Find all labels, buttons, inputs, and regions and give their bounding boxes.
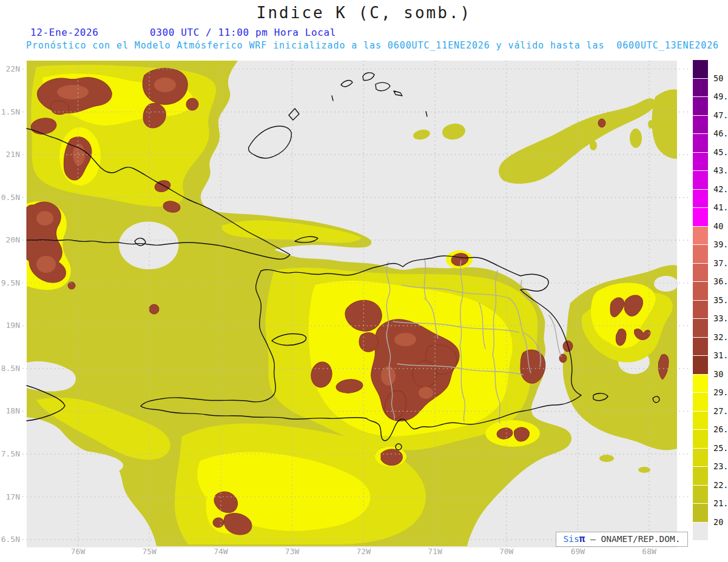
colorbar-tick-label: 46.5 (713, 129, 728, 138)
colorbar-segment (692, 466, 709, 486)
colorbar-segment (692, 448, 709, 467)
colorbar-tick-label: 42.6 (713, 184, 728, 194)
lat-tick-label: 20N (1, 235, 20, 244)
lat-tick-label: 22N (1, 64, 20, 73)
colorbar-segment (692, 337, 709, 356)
colorbar-segment (692, 281, 709, 301)
watermark-source: – ONAMET/REP.DOM. (585, 534, 680, 544)
colorbar-segment (692, 392, 709, 412)
colorbar-segment (692, 59, 709, 79)
colorbar-segment (692, 355, 709, 375)
colorbar-segment (692, 429, 709, 449)
lat-tick-label: 0.5N (1, 193, 20, 202)
colorbar-tick-label: 29.1 (713, 387, 728, 397)
map-plot-area: 22N1.5N21N0.5N20N9.5N19N8.5N18N7.5N17N6.… (0, 0, 728, 562)
colorbar-segment (692, 300, 709, 319)
colorbar-tick-label: 35.2 (713, 295, 728, 305)
colorbar-segment (692, 503, 709, 523)
lat-tick-label: 7.5N (1, 449, 20, 458)
colorbar-tick-label: 49.1 (713, 92, 728, 101)
colorbar-tick-label: 21.3 (713, 498, 728, 508)
contour-field (27, 61, 678, 547)
weather-chart-page: Indice K (C, somb.) 12-Ene-2026 0300 UTC… (0, 0, 728, 562)
colorbar-tick-label: 37.8 (713, 258, 728, 268)
lat-tick-label: 19N (1, 321, 20, 330)
colorbar-tick-label: 30 (713, 369, 723, 379)
lat-tick-label: 9.5N (1, 278, 20, 287)
colorbar-segment (692, 411, 709, 430)
lon-tick-label: 70W (493, 547, 520, 556)
colorbar-segment (692, 207, 709, 227)
lon-tick-label: 72W (350, 547, 377, 556)
lat-tick-label: 18N (1, 406, 20, 415)
colorbar-tick-label: 36.5 (713, 276, 728, 286)
lat-tick-label: 17N (1, 492, 20, 501)
colorbar-tick-label: 23.9 (713, 461, 728, 471)
colorbar-tick-label: 26.5 (713, 424, 728, 434)
colorbar-segment (692, 318, 709, 338)
lat-tick-label: 1.5N (1, 107, 20, 116)
lon-tick-label: 75W (136, 547, 163, 556)
colorbar-tick-label: 20 (713, 517, 723, 527)
colorbar-tick-label: 43.9 (713, 166, 728, 175)
colorbar-tick-label: 22.6 (713, 480, 728, 490)
colorbar-tick-label: 50 (713, 73, 723, 83)
watermark-pi-symbol: π (579, 533, 585, 544)
colorbar-tick-label: 45.2 (713, 147, 728, 157)
lon-tick-label: 69W (564, 547, 591, 556)
lon-tick-label: 71W (422, 547, 448, 556)
lon-tick-label: 76W (65, 547, 92, 556)
lon-tick-label: 74W (207, 547, 234, 556)
colorbar-segment (692, 133, 709, 153)
colorbar-tick-label: 25.2 (713, 443, 728, 453)
colorbar-tick-label: 39.1 (713, 239, 728, 249)
contour-map-svg (0, 0, 728, 562)
colorbar-tick-label: 40 (713, 221, 723, 231)
colorbar-segment (692, 78, 709, 98)
lat-tick-label: 21N (1, 150, 20, 159)
colorbar-tick-label: 27.8 (713, 406, 728, 416)
colorbar-tick-label: 33.9 (713, 313, 728, 323)
lon-tick-label: 73W (279, 547, 306, 556)
colorbar-segment (692, 96, 709, 116)
colorbar-segment (692, 244, 709, 264)
lat-tick-label: 8.5N (1, 364, 20, 373)
colorbar-tick-label: 32.6 (713, 332, 728, 342)
watermark-sis: Sis (564, 534, 579, 544)
colorbar-segment (692, 485, 709, 504)
lon-tick-label: 68W (636, 547, 662, 556)
colorbar-tick-label: 41.3 (713, 202, 728, 212)
onamet-watermark: Sisπ – ONAMET/REP.DOM. (556, 532, 688, 547)
colorbar-segment (692, 170, 709, 190)
lat-tick-label: 6.5N (1, 535, 20, 544)
colorbar-segment (692, 152, 709, 172)
colorbar-tick-label: 47.8 (713, 110, 728, 120)
colorbar-segment (692, 374, 709, 393)
colorbar-segment (692, 522, 709, 541)
colorbar-segment (692, 115, 709, 135)
colorbar-tick-label: 31.3 (713, 350, 728, 360)
colorbar-segment (692, 226, 709, 246)
colorbar-segment (692, 189, 709, 209)
colorbar-segment (692, 263, 709, 283)
